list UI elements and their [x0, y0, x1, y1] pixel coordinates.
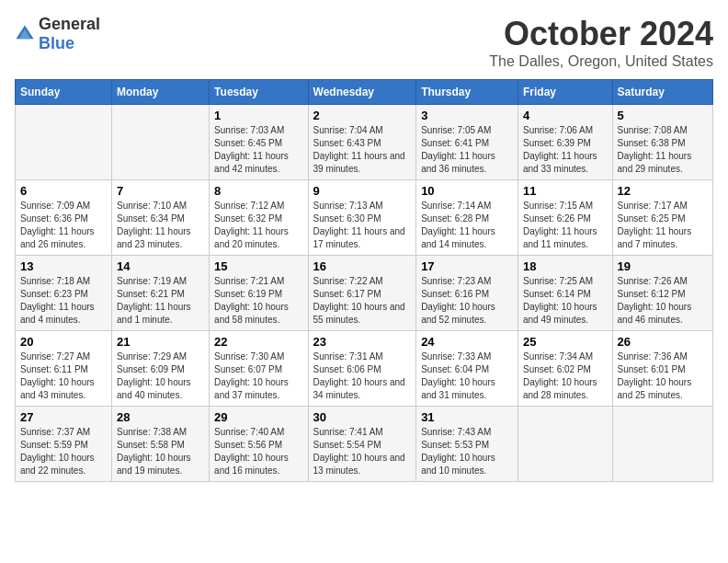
- logo: General Blue: [15, 15, 100, 53]
- day-info: Sunrise: 7:21 AM Sunset: 6:19 PM Dayligh…: [214, 275, 302, 327]
- week-row-4: 20Sunrise: 7:27 AM Sunset: 6:11 PM Dayli…: [16, 331, 713, 407]
- day-number: 2: [313, 109, 412, 122]
- calendar-cell: 5Sunrise: 7:08 AM Sunset: 6:38 PM Daylig…: [612, 105, 712, 180]
- day-info: Sunrise: 7:17 AM Sunset: 6:25 PM Dayligh…: [618, 200, 708, 251]
- day-number: 28: [117, 410, 204, 424]
- day-info: Sunrise: 7:23 AM Sunset: 6:16 PM Dayligh…: [421, 275, 513, 327]
- day-number: 21: [117, 335, 204, 349]
- header-area: General Blue October 2024 The Dalles, Or…: [15, 15, 713, 70]
- day-info: Sunrise: 7:29 AM Sunset: 6:09 PM Dayligh…: [117, 350, 204, 402]
- day-number: 4: [523, 109, 608, 122]
- calendar-cell: 1Sunrise: 7:03 AM Sunset: 6:45 PM Daylig…: [210, 105, 308, 180]
- calendar-cell: 27Sunrise: 7:37 AM Sunset: 5:59 PM Dayli…: [16, 407, 112, 482]
- calendar-cell: [518, 407, 612, 482]
- calendar-header-row: SundayMondayTuesdayWednesdayThursdayFrid…: [16, 80, 713, 105]
- week-row-1: 1Sunrise: 7:03 AM Sunset: 6:45 PM Daylig…: [16, 105, 713, 180]
- calendar-cell: 29Sunrise: 7:40 AM Sunset: 5:56 PM Dayli…: [210, 407, 308, 482]
- day-info: Sunrise: 7:10 AM Sunset: 6:34 PM Dayligh…: [117, 200, 204, 251]
- day-number: 15: [214, 259, 302, 273]
- day-number: 17: [421, 259, 513, 273]
- day-info: Sunrise: 7:05 AM Sunset: 6:41 PM Dayligh…: [421, 124, 513, 176]
- logo-general: General: [39, 15, 100, 33]
- calendar-cell: [16, 105, 112, 180]
- calendar-cell: 14Sunrise: 7:19 AM Sunset: 6:21 PM Dayli…: [112, 256, 210, 331]
- day-number: 12: [618, 184, 708, 198]
- day-number: 1: [214, 109, 302, 122]
- day-number: 5: [618, 109, 708, 122]
- day-number: 20: [20, 335, 107, 349]
- day-number: 3: [421, 109, 513, 122]
- calendar-cell: 19Sunrise: 7:26 AM Sunset: 6:12 PM Dayli…: [612, 256, 712, 331]
- day-info: Sunrise: 7:15 AM Sunset: 6:26 PM Dayligh…: [523, 200, 608, 251]
- calendar-cell: [612, 407, 712, 482]
- header-day-wednesday: Wednesday: [308, 80, 416, 105]
- calendar-cell: 18Sunrise: 7:25 AM Sunset: 6:14 PM Dayli…: [518, 256, 612, 331]
- calendar-cell: 4Sunrise: 7:06 AM Sunset: 6:39 PM Daylig…: [518, 105, 612, 180]
- calendar-cell: 11Sunrise: 7:15 AM Sunset: 6:26 PM Dayli…: [518, 180, 612, 256]
- calendar-cell: 20Sunrise: 7:27 AM Sunset: 6:11 PM Dayli…: [16, 331, 112, 407]
- day-info: Sunrise: 7:38 AM Sunset: 5:58 PM Dayligh…: [117, 426, 204, 477]
- day-info: Sunrise: 7:04 AM Sunset: 6:43 PM Dayligh…: [313, 124, 412, 176]
- day-info: Sunrise: 7:41 AM Sunset: 5:54 PM Dayligh…: [313, 426, 412, 477]
- day-number: 7: [117, 184, 204, 198]
- day-number: 31: [421, 410, 513, 424]
- day-number: 16: [313, 259, 412, 273]
- title-area: October 2024 The Dalles, Oregon, United …: [489, 15, 713, 70]
- day-info: Sunrise: 7:26 AM Sunset: 6:12 PM Dayligh…: [618, 275, 708, 327]
- calendar-cell: 22Sunrise: 7:30 AM Sunset: 6:07 PM Dayli…: [210, 331, 308, 407]
- day-info: Sunrise: 7:14 AM Sunset: 6:28 PM Dayligh…: [421, 200, 513, 251]
- day-number: 11: [523, 184, 608, 198]
- day-number: 27: [20, 410, 107, 424]
- day-number: 9: [313, 184, 412, 198]
- calendar-cell: 7Sunrise: 7:10 AM Sunset: 6:34 PM Daylig…: [112, 180, 210, 256]
- calendar-cell: 3Sunrise: 7:05 AM Sunset: 6:41 PM Daylig…: [416, 105, 518, 180]
- day-info: Sunrise: 7:22 AM Sunset: 6:17 PM Dayligh…: [313, 275, 412, 327]
- day-info: Sunrise: 7:30 AM Sunset: 6:07 PM Dayligh…: [214, 350, 302, 402]
- header-day-tuesday: Tuesday: [210, 80, 308, 105]
- header-day-monday: Monday: [112, 80, 210, 105]
- day-number: 26: [618, 335, 708, 349]
- calendar-cell: 10Sunrise: 7:14 AM Sunset: 6:28 PM Dayli…: [416, 180, 518, 256]
- calendar-cell: 17Sunrise: 7:23 AM Sunset: 6:16 PM Dayli…: [416, 256, 518, 331]
- calendar-cell: 24Sunrise: 7:33 AM Sunset: 6:04 PM Dayli…: [416, 331, 518, 407]
- day-number: 18: [523, 259, 608, 273]
- logo-blue: Blue: [39, 34, 74, 52]
- calendar-subtitle: The Dalles, Oregon, United States: [489, 53, 713, 70]
- day-info: Sunrise: 7:18 AM Sunset: 6:23 PM Dayligh…: [20, 275, 107, 327]
- calendar-table: SundayMondayTuesdayWednesdayThursdayFrid…: [15, 79, 713, 482]
- calendar-cell: 28Sunrise: 7:38 AM Sunset: 5:58 PM Dayli…: [112, 407, 210, 482]
- day-info: Sunrise: 7:13 AM Sunset: 6:30 PM Dayligh…: [313, 200, 412, 251]
- day-number: 10: [421, 184, 513, 198]
- day-number: 14: [117, 259, 204, 273]
- calendar-title: October 2024: [489, 15, 713, 53]
- day-number: 29: [214, 410, 302, 424]
- day-info: Sunrise: 7:12 AM Sunset: 6:32 PM Dayligh…: [214, 200, 302, 251]
- day-info: Sunrise: 7:43 AM Sunset: 5:53 PM Dayligh…: [421, 426, 513, 477]
- header-day-saturday: Saturday: [612, 80, 712, 105]
- day-number: 24: [421, 335, 513, 349]
- day-info: Sunrise: 7:03 AM Sunset: 6:45 PM Dayligh…: [214, 124, 302, 176]
- day-info: Sunrise: 7:06 AM Sunset: 6:39 PM Dayligh…: [523, 124, 608, 176]
- day-number: 25: [523, 335, 608, 349]
- day-info: Sunrise: 7:27 AM Sunset: 6:11 PM Dayligh…: [20, 350, 107, 402]
- day-number: 19: [618, 259, 708, 273]
- calendar-cell: 6Sunrise: 7:09 AM Sunset: 6:36 PM Daylig…: [16, 180, 112, 256]
- week-row-2: 6Sunrise: 7:09 AM Sunset: 6:36 PM Daylig…: [16, 180, 713, 256]
- calendar-cell: 8Sunrise: 7:12 AM Sunset: 6:32 PM Daylig…: [210, 180, 308, 256]
- day-info: Sunrise: 7:19 AM Sunset: 6:21 PM Dayligh…: [117, 275, 204, 327]
- header-day-thursday: Thursday: [416, 80, 518, 105]
- day-info: Sunrise: 7:40 AM Sunset: 5:56 PM Dayligh…: [214, 426, 302, 477]
- day-number: 30: [313, 410, 412, 424]
- day-number: 23: [313, 335, 412, 349]
- calendar-cell: 15Sunrise: 7:21 AM Sunset: 6:19 PM Dayli…: [210, 256, 308, 331]
- day-number: 13: [20, 259, 107, 273]
- calendar-cell: 30Sunrise: 7:41 AM Sunset: 5:54 PM Dayli…: [308, 407, 416, 482]
- day-number: 6: [20, 184, 107, 198]
- week-row-3: 13Sunrise: 7:18 AM Sunset: 6:23 PM Dayli…: [16, 256, 713, 331]
- day-number: 8: [214, 184, 302, 198]
- calendar-cell: 25Sunrise: 7:34 AM Sunset: 6:02 PM Dayli…: [518, 331, 612, 407]
- day-info: Sunrise: 7:08 AM Sunset: 6:38 PM Dayligh…: [618, 124, 708, 176]
- calendar-cell: 26Sunrise: 7:36 AM Sunset: 6:01 PM Dayli…: [612, 331, 712, 407]
- week-row-5: 27Sunrise: 7:37 AM Sunset: 5:59 PM Dayli…: [16, 407, 713, 482]
- calendar-cell: 2Sunrise: 7:04 AM Sunset: 6:43 PM Daylig…: [308, 105, 416, 180]
